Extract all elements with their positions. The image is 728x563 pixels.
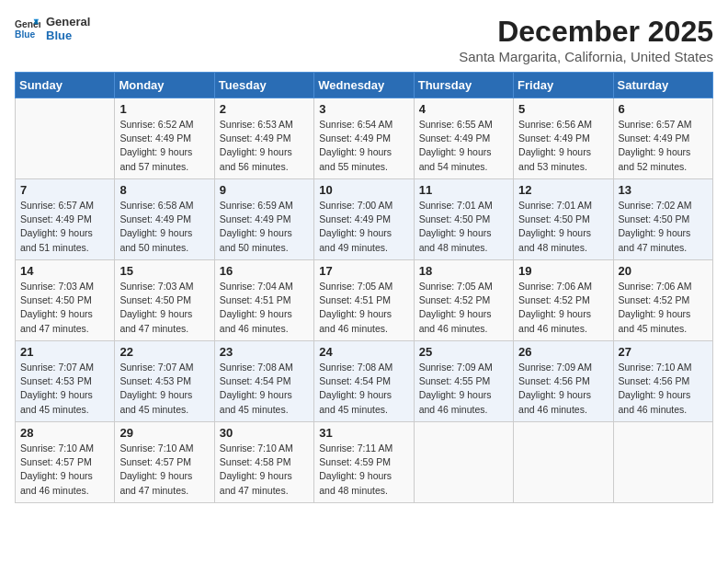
calendar-cell: 15Sunrise: 7:03 AM Sunset: 4:50 PM Dayli… bbox=[115, 260, 214, 341]
header-cell-monday: Monday bbox=[115, 73, 214, 98]
calendar-cell: 16Sunrise: 7:04 AM Sunset: 4:51 PM Dayli… bbox=[214, 260, 313, 341]
day-number: 1 bbox=[119, 102, 209, 116]
day-info: Sunrise: 7:05 AM Sunset: 4:51 PM Dayligh… bbox=[319, 280, 408, 336]
calendar-cell: 7Sunrise: 6:57 AM Sunset: 4:49 PM Daylig… bbox=[16, 179, 115, 260]
day-info: Sunrise: 7:03 AM Sunset: 4:50 PM Dayligh… bbox=[20, 280, 109, 336]
calendar-cell bbox=[16, 98, 115, 179]
day-info: Sunrise: 6:53 AM Sunset: 4:49 PM Dayligh… bbox=[220, 118, 309, 174]
month-title: December 2025 bbox=[459, 15, 713, 49]
day-info: Sunrise: 7:01 AM Sunset: 4:50 PM Dayligh… bbox=[518, 199, 608, 255]
day-number: 3 bbox=[319, 102, 408, 116]
day-number: 8 bbox=[119, 183, 209, 197]
calendar-cell: 17Sunrise: 7:05 AM Sunset: 4:51 PM Dayli… bbox=[314, 260, 414, 341]
day-number: 31 bbox=[319, 426, 408, 440]
logo: General Blue General Blue bbox=[15, 15, 90, 42]
day-number: 26 bbox=[518, 345, 608, 359]
day-info: Sunrise: 7:08 AM Sunset: 4:54 PM Dayligh… bbox=[220, 361, 309, 417]
day-info: Sunrise: 7:06 AM Sunset: 4:52 PM Dayligh… bbox=[518, 280, 608, 336]
day-number: 9 bbox=[220, 183, 309, 197]
page-header: General Blue General Blue December 2025 … bbox=[15, 15, 713, 64]
day-info: Sunrise: 6:52 AM Sunset: 4:49 PM Dayligh… bbox=[119, 118, 209, 174]
calendar-table: SundayMondayTuesdayWednesdayThursdayFrid… bbox=[15, 72, 713, 503]
calendar-cell: 5Sunrise: 6:56 AM Sunset: 4:49 PM Daylig… bbox=[514, 98, 613, 179]
day-info: Sunrise: 6:56 AM Sunset: 4:49 PM Dayligh… bbox=[518, 118, 608, 174]
calendar-cell: 30Sunrise: 7:10 AM Sunset: 4:58 PM Dayli… bbox=[214, 422, 313, 503]
day-number: 20 bbox=[619, 264, 708, 278]
day-info: Sunrise: 7:05 AM Sunset: 4:52 PM Dayligh… bbox=[419, 280, 508, 336]
day-info: Sunrise: 6:54 AM Sunset: 4:49 PM Dayligh… bbox=[319, 118, 408, 174]
calendar-cell: 22Sunrise: 7:07 AM Sunset: 4:53 PM Dayli… bbox=[115, 341, 214, 422]
header-row: SundayMondayTuesdayWednesdayThursdayFrid… bbox=[16, 73, 713, 98]
day-info: Sunrise: 7:02 AM Sunset: 4:50 PM Dayligh… bbox=[619, 199, 708, 255]
day-number: 14 bbox=[20, 264, 109, 278]
header-cell-thursday: Thursday bbox=[414, 73, 513, 98]
title-block: December 2025 Santa Margarita, Californi… bbox=[459, 15, 713, 64]
calendar-cell: 20Sunrise: 7:06 AM Sunset: 4:52 PM Dayli… bbox=[613, 260, 712, 341]
calendar-cell: 21Sunrise: 7:07 AM Sunset: 4:53 PM Dayli… bbox=[16, 341, 115, 422]
calendar-cell: 25Sunrise: 7:09 AM Sunset: 4:55 PM Dayli… bbox=[414, 341, 513, 422]
calendar-cell: 6Sunrise: 6:57 AM Sunset: 4:49 PM Daylig… bbox=[613, 98, 712, 179]
day-number: 7 bbox=[20, 183, 109, 197]
calendar-week-row: 28Sunrise: 7:10 AM Sunset: 4:57 PM Dayli… bbox=[16, 422, 713, 503]
logo-text-line1: General bbox=[46, 15, 90, 29]
calendar-week-row: 14Sunrise: 7:03 AM Sunset: 4:50 PM Dayli… bbox=[16, 260, 713, 341]
day-info: Sunrise: 7:01 AM Sunset: 4:50 PM Dayligh… bbox=[419, 199, 508, 255]
calendar-cell: 1Sunrise: 6:52 AM Sunset: 4:49 PM Daylig… bbox=[115, 98, 214, 179]
day-number: 15 bbox=[119, 264, 209, 278]
header-cell-sunday: Sunday bbox=[16, 73, 115, 98]
day-info: Sunrise: 7:10 AM Sunset: 4:57 PM Dayligh… bbox=[20, 442, 109, 498]
day-number: 19 bbox=[518, 264, 608, 278]
day-number: 29 bbox=[119, 426, 209, 440]
calendar-cell: 3Sunrise: 6:54 AM Sunset: 4:49 PM Daylig… bbox=[314, 98, 414, 179]
calendar-cell: 31Sunrise: 7:11 AM Sunset: 4:59 PM Dayli… bbox=[314, 422, 414, 503]
header-cell-friday: Friday bbox=[514, 73, 613, 98]
calendar-week-row: 21Sunrise: 7:07 AM Sunset: 4:53 PM Dayli… bbox=[16, 341, 713, 422]
location-text: Santa Margarita, California, United Stat… bbox=[459, 49, 713, 64]
day-number: 25 bbox=[419, 345, 508, 359]
calendar-cell: 10Sunrise: 7:00 AM Sunset: 4:49 PM Dayli… bbox=[314, 179, 414, 260]
day-info: Sunrise: 6:59 AM Sunset: 4:49 PM Dayligh… bbox=[220, 199, 309, 255]
day-number: 24 bbox=[319, 345, 408, 359]
calendar-cell: 11Sunrise: 7:01 AM Sunset: 4:50 PM Dayli… bbox=[414, 179, 513, 260]
day-number: 28 bbox=[20, 426, 109, 440]
day-info: Sunrise: 7:03 AM Sunset: 4:50 PM Dayligh… bbox=[119, 280, 209, 336]
day-number: 23 bbox=[220, 345, 309, 359]
day-number: 12 bbox=[518, 183, 608, 197]
header-cell-saturday: Saturday bbox=[613, 73, 712, 98]
calendar-cell: 4Sunrise: 6:55 AM Sunset: 4:49 PM Daylig… bbox=[414, 98, 513, 179]
day-number: 30 bbox=[220, 426, 309, 440]
day-info: Sunrise: 7:09 AM Sunset: 4:55 PM Dayligh… bbox=[419, 361, 508, 417]
day-info: Sunrise: 7:06 AM Sunset: 4:52 PM Dayligh… bbox=[619, 280, 708, 336]
day-info: Sunrise: 7:11 AM Sunset: 4:59 PM Dayligh… bbox=[319, 442, 408, 498]
day-number: 16 bbox=[220, 264, 309, 278]
calendar-body: 1Sunrise: 6:52 AM Sunset: 4:49 PM Daylig… bbox=[16, 98, 713, 503]
calendar-cell: 19Sunrise: 7:06 AM Sunset: 4:52 PM Dayli… bbox=[514, 260, 613, 341]
calendar-cell: 8Sunrise: 6:58 AM Sunset: 4:49 PM Daylig… bbox=[115, 179, 214, 260]
calendar-cell: 23Sunrise: 7:08 AM Sunset: 4:54 PM Dayli… bbox=[214, 341, 313, 422]
day-number: 21 bbox=[20, 345, 109, 359]
svg-text:Blue: Blue bbox=[15, 29, 36, 40]
day-info: Sunrise: 7:04 AM Sunset: 4:51 PM Dayligh… bbox=[220, 280, 309, 336]
day-number: 13 bbox=[619, 183, 708, 197]
day-number: 6 bbox=[619, 102, 708, 116]
day-info: Sunrise: 7:07 AM Sunset: 4:53 PM Dayligh… bbox=[20, 361, 109, 417]
header-cell-tuesday: Tuesday bbox=[214, 73, 313, 98]
calendar-cell: 13Sunrise: 7:02 AM Sunset: 4:50 PM Dayli… bbox=[613, 179, 712, 260]
calendar-header: SundayMondayTuesdayWednesdayThursdayFrid… bbox=[16, 73, 713, 98]
calendar-cell bbox=[514, 422, 613, 503]
calendar-cell bbox=[613, 422, 712, 503]
logo-text-line2: Blue bbox=[46, 29, 90, 42]
calendar-cell: 12Sunrise: 7:01 AM Sunset: 4:50 PM Dayli… bbox=[514, 179, 613, 260]
day-number: 5 bbox=[518, 102, 608, 116]
calendar-cell: 14Sunrise: 7:03 AM Sunset: 4:50 PM Dayli… bbox=[16, 260, 115, 341]
day-info: Sunrise: 7:10 AM Sunset: 4:58 PM Dayligh… bbox=[220, 442, 309, 498]
day-number: 22 bbox=[119, 345, 209, 359]
calendar-cell bbox=[414, 422, 513, 503]
logo-icon: General Blue bbox=[15, 16, 40, 41]
day-number: 18 bbox=[419, 264, 508, 278]
calendar-cell: 28Sunrise: 7:10 AM Sunset: 4:57 PM Dayli… bbox=[16, 422, 115, 503]
day-number: 10 bbox=[319, 183, 408, 197]
day-number: 11 bbox=[419, 183, 508, 197]
calendar-cell: 26Sunrise: 7:09 AM Sunset: 4:56 PM Dayli… bbox=[514, 341, 613, 422]
calendar-cell: 9Sunrise: 6:59 AM Sunset: 4:49 PM Daylig… bbox=[214, 179, 313, 260]
